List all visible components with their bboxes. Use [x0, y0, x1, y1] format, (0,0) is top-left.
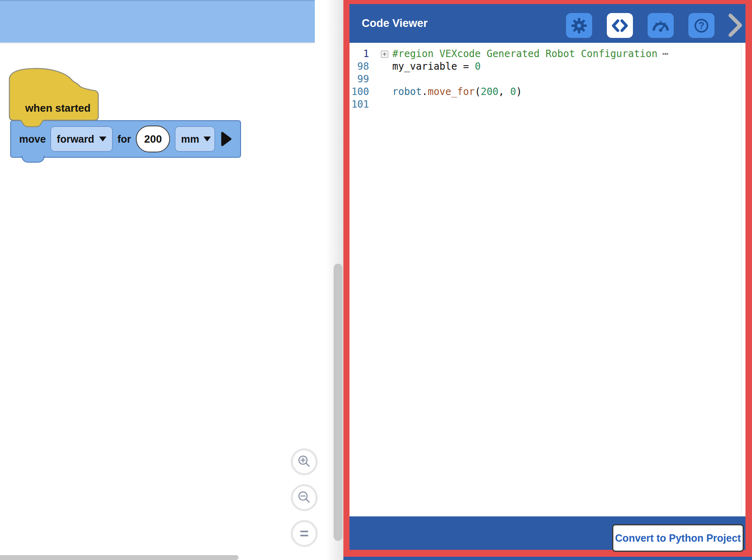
code-icon — [611, 18, 629, 33]
editor-scroll-track — [741, 43, 741, 516]
settings-button[interactable] — [566, 13, 592, 38]
horizontal-scrollbar[interactable] — [0, 555, 239, 560]
gauge-icon — [651, 18, 670, 33]
code-viewer-header: Code Viewer — [349, 4, 745, 43]
panel-title: Code Viewer — [362, 17, 428, 30]
unit-value: mm — [181, 133, 199, 145]
direction-value: forward — [57, 133, 94, 145]
line-number: 1 — [349, 48, 369, 60]
code-editor[interactable]: 1+#region VEXcode Generated Robot Config… — [349, 43, 745, 516]
line-number: 98 — [349, 60, 369, 73]
convert-to-python-button[interactable]: Convert to Python Project — [612, 524, 744, 552]
collapse-panel-chevron-icon — [727, 12, 743, 38]
when-started-block[interactable] — [6, 57, 104, 132]
when-started-label: when started — [22, 102, 94, 116]
run-block-play-icon[interactable] — [220, 130, 232, 148]
help-button[interactable]: ? — [688, 13, 714, 38]
dashboard-button[interactable] — [648, 13, 674, 38]
for-label: for — [117, 133, 131, 145]
line-number: 101 — [349, 98, 369, 111]
zoom-out-button[interactable] — [291, 484, 318, 511]
zoom-in-button[interactable] — [291, 448, 318, 475]
top-toolbar-strip — [0, 0, 315, 43]
code-line: 100robot.move_for(200, 0) — [349, 86, 745, 98]
code-line: 101 — [349, 98, 745, 111]
collapse-panel-button[interactable] — [726, 12, 744, 38]
code-lines: 1+#region VEXcode Generated Robot Config… — [349, 48, 745, 111]
fold-expand-icon[interactable]: + — [381, 51, 388, 58]
help-glyph: ? — [699, 20, 705, 31]
chevron-down-icon — [203, 137, 211, 141]
code-line: 98my_variable = 0 — [349, 60, 745, 73]
line-number: 100 — [349, 86, 369, 98]
settings-gear-icon — [571, 17, 588, 34]
code-line: 1+#region VEXcode Generated Robot Config… — [349, 48, 745, 60]
move-label: move — [19, 133, 46, 145]
vexcode-app: when started move forward for 200 mm — [0, 0, 752, 560]
zoom-out-icon — [296, 489, 312, 506]
zoom-in-icon — [296, 454, 312, 470]
reset-zoom-button[interactable] — [291, 520, 318, 547]
reset-zoom-icon — [296, 525, 312, 542]
code-line: 99 — [349, 73, 745, 86]
block-notch — [22, 156, 44, 163]
distance-input[interactable]: 200 — [136, 126, 170, 152]
line-number: 99 — [349, 73, 369, 86]
folded-code-ellipsis[interactable]: ⋯ — [662, 48, 668, 60]
code-view-button[interactable] — [607, 13, 633, 38]
chevron-down-icon — [99, 137, 106, 141]
vertical-scrollbar[interactable] — [334, 264, 343, 541]
unit-dropdown[interactable]: mm — [175, 126, 215, 152]
